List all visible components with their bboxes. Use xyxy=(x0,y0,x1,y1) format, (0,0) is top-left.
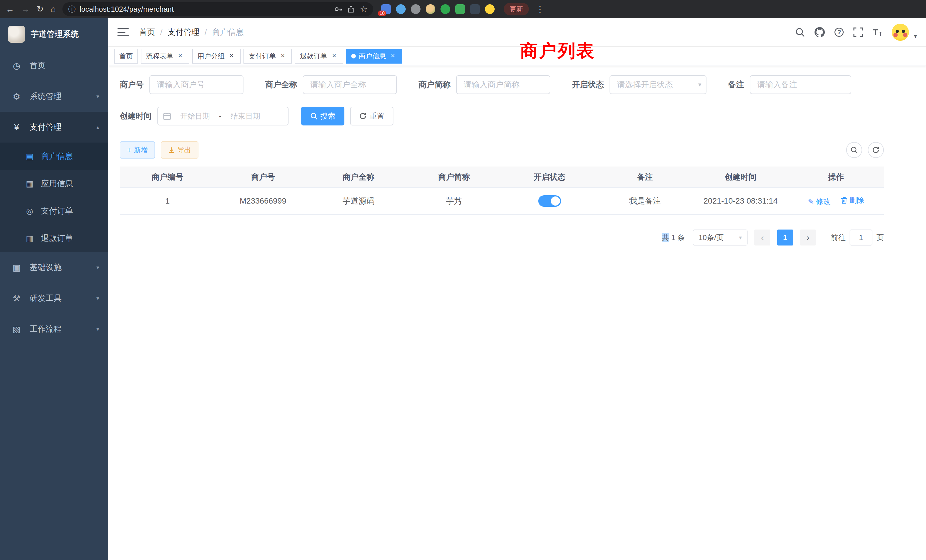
notes-extension-icon[interactable] xyxy=(455,4,465,14)
delete-link[interactable]: 删除 xyxy=(841,195,864,205)
user-avatar[interactable] xyxy=(892,24,909,41)
tab-refund-order[interactable]: 退款订单 × xyxy=(295,49,343,64)
sidebar-item-workflow[interactable]: ▧ 工作流程 ▾ xyxy=(0,314,108,344)
toggle-search-icon[interactable] xyxy=(846,142,862,158)
green-circle-extension-icon[interactable] xyxy=(440,4,450,14)
end-date-input[interactable] xyxy=(224,112,267,121)
app-logo xyxy=(8,26,25,43)
back-icon[interactable]: ← xyxy=(6,5,14,14)
close-icon[interactable]: × xyxy=(330,52,338,60)
password-key-icon[interactable] xyxy=(334,5,342,13)
reset-button[interactable]: 重置 xyxy=(350,107,393,126)
tab-home[interactable]: 首页 xyxy=(114,49,138,64)
reload-icon[interactable]: ↻ xyxy=(36,5,44,14)
chevron-down-icon: ▾ xyxy=(96,325,99,333)
chevron-up-icon: ▴ xyxy=(96,124,99,130)
fullscreen-icon[interactable] xyxy=(853,27,863,37)
short-name-input[interactable] xyxy=(456,75,550,94)
avatar-extension-icon[interactable] xyxy=(426,4,435,14)
close-icon[interactable]: × xyxy=(279,52,287,60)
status-select[interactable] xyxy=(610,75,707,94)
browser-update-button[interactable]: 更新 xyxy=(504,3,529,15)
dashboard-icon: ◷ xyxy=(11,61,22,71)
breadcrumb-current: 商户信息 xyxy=(212,27,244,38)
pagination: 共 1 条 10条/页 ▾ ‹ 1 › 前往 页 xyxy=(120,230,884,245)
search-button[interactable]: 搜索 xyxy=(301,107,344,126)
home-icon[interactable]: ⌂ xyxy=(50,5,56,14)
breadcrumb-payment[interactable]: 支付管理 xyxy=(168,27,200,38)
merchant-no-input[interactable] xyxy=(150,75,244,94)
goto-page-input[interactable] xyxy=(850,230,872,245)
sidebar-menu: ◷ 首页 ⚙ 系统管理 ▾ ¥ 支付管理 ▴ ▤ 商户信息 xyxy=(0,50,108,344)
table-toolbar: + 新增 导出 xyxy=(120,141,884,159)
download-icon xyxy=(168,147,174,153)
add-button[interactable]: + 新增 xyxy=(120,141,155,159)
close-icon[interactable]: × xyxy=(389,52,397,60)
sidebar-item-app-info[interactable]: ▦ 应用信息 xyxy=(0,170,108,197)
date-range-picker[interactable]: - xyxy=(157,107,289,126)
sidebar-item-payment[interactable]: ¥ 支付管理 ▴ xyxy=(0,112,108,142)
page-number-1[interactable]: 1 xyxy=(777,230,793,245)
sidebar-item-label: 首页 xyxy=(30,60,45,71)
smiley-extension-icon[interactable] xyxy=(485,4,495,14)
breadcrumb-home[interactable]: 首页 xyxy=(139,27,155,38)
filter-row-2: 创建时间 - 搜索 重置 xyxy=(120,107,884,126)
remark-input[interactable] xyxy=(750,75,851,94)
url-bar[interactable]: ⓘ localhost:1024/pay/merchant ☆ xyxy=(62,2,373,16)
share-icon[interactable] xyxy=(347,5,355,13)
tab-merchant-info[interactable]: 商户信息 × xyxy=(346,49,402,64)
puzzle-extension-icon[interactable] xyxy=(470,4,480,14)
screen: ← → ↻ ⌂ ⓘ localhost:1024/pay/merchant ☆ … xyxy=(0,0,926,560)
search-icon[interactable] xyxy=(795,27,805,37)
start-date-input[interactable] xyxy=(173,112,217,121)
forward-icon[interactable]: → xyxy=(21,5,30,14)
sidebar-item-refund-order[interactable]: ▥ 退款订单 xyxy=(0,225,108,252)
create-time-label: 创建时间 xyxy=(120,110,152,121)
tab-pay-order[interactable]: 支付订单 × xyxy=(244,49,292,64)
close-icon[interactable]: × xyxy=(227,52,236,60)
sidebar-item-infrastructure[interactable]: ▣ 基础设施 ▾ xyxy=(0,252,108,283)
next-page-button[interactable]: › xyxy=(800,230,816,245)
browser-menu-kebab-icon[interactable]: ⋮ xyxy=(536,5,544,14)
goto-prefix: 前往 xyxy=(831,233,846,243)
refresh-table-icon[interactable] xyxy=(868,142,884,158)
status-toggle[interactable] xyxy=(538,195,561,207)
tab-process-form[interactable]: 流程表单 × xyxy=(141,49,189,64)
font-size-icon[interactable]: TT xyxy=(873,27,882,37)
gray-extension-icon[interactable] xyxy=(411,4,421,14)
app-logo-row: 芋道管理系统 xyxy=(0,18,108,50)
card-icon: ▤ xyxy=(25,152,34,161)
table-header-row: 商户编号 商户号 商户全称 商户简称 开启状态 备注 创建时间 操作 xyxy=(120,166,884,188)
drop-extension-icon[interactable] xyxy=(396,4,406,14)
remark-label: 备注 xyxy=(728,79,744,90)
pagination-total: 共 1 条 xyxy=(662,233,685,243)
refund-icon: ▥ xyxy=(25,234,34,243)
hamburger-icon[interactable] xyxy=(118,28,129,36)
blue-extension-icon[interactable]: 10 xyxy=(381,4,391,14)
site-info-icon[interactable]: ⓘ xyxy=(68,4,76,14)
sidebar-item-home[interactable]: ◷ 首页 xyxy=(0,50,108,81)
tab-user-group[interactable]: 用户分组 × xyxy=(192,49,241,64)
col-status: 开启状态 xyxy=(502,166,597,188)
help-icon[interactable]: ? xyxy=(834,28,844,37)
sidebar-item-system[interactable]: ⚙ 系统管理 ▾ xyxy=(0,81,108,112)
edit-link[interactable]: ✎ 修改 xyxy=(808,197,831,207)
cell-merchant-id: 1 xyxy=(120,188,215,215)
prev-page-button[interactable]: ‹ xyxy=(754,230,770,245)
sidebar-item-merchant-info[interactable]: ▤ 商户信息 xyxy=(0,142,108,170)
browser-toolbar: ← → ↻ ⌂ ⓘ localhost:1024/pay/merchant ☆ … xyxy=(0,0,926,18)
sidebar-item-pay-order[interactable]: ◎ 支付订单 xyxy=(0,197,108,225)
export-button[interactable]: 导出 xyxy=(161,141,198,159)
full-name-input[interactable] xyxy=(303,75,397,94)
close-icon[interactable]: × xyxy=(176,52,184,60)
goto-page: 前往 页 xyxy=(831,230,884,245)
chevron-down-icon: ▾ xyxy=(739,234,742,241)
full-name-label: 商户全称 xyxy=(265,79,297,90)
sidebar-item-dev-tools[interactable]: ⚒ 研发工具 ▾ xyxy=(0,283,108,314)
bookmark-star-icon[interactable]: ☆ xyxy=(360,5,368,14)
cell-create-time: 2021-10-23 08:31:14 xyxy=(693,188,788,215)
github-icon[interactable] xyxy=(814,27,825,37)
cell-short-name: 芋艿 xyxy=(406,188,502,215)
user-dropdown-caret-icon[interactable]: ▾ xyxy=(914,33,917,41)
page-size-select[interactable]: 10条/页 ▾ xyxy=(693,230,747,245)
